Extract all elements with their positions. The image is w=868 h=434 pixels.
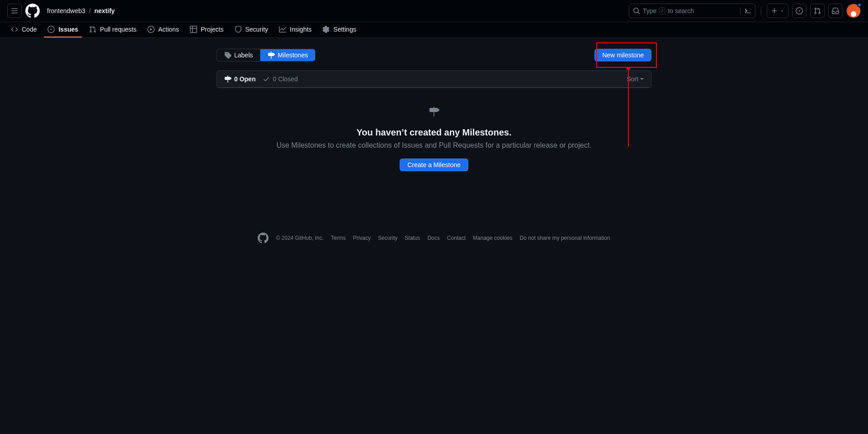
closed-count-label: 0 Closed — [273, 75, 297, 83]
git-pull-request-icon — [814, 7, 821, 14]
tab-label: Issues — [58, 26, 78, 33]
hamburger-menu-button[interactable] — [7, 4, 22, 18]
tab-label: Insights — [290, 26, 311, 33]
play-icon — [147, 26, 155, 33]
repo-link[interactable]: nextify — [94, 7, 115, 14]
blankslate-description: Use Milestones to create collections of … — [235, 141, 633, 149]
sort-dropdown[interactable]: Sort — [627, 75, 644, 83]
create-new-dropdown[interactable] — [767, 4, 788, 18]
github-logo-icon[interactable] — [25, 4, 40, 18]
tab-label: Projects — [201, 26, 224, 33]
milestones-tab-label: Milestones — [278, 51, 308, 59]
owner-link[interactable]: frontendweb3 — [47, 7, 85, 14]
table-icon — [190, 26, 197, 33]
milestone-icon — [224, 75, 231, 83]
user-menu-button[interactable] — [846, 4, 861, 18]
footer-link-cookies[interactable]: Manage cookies — [473, 235, 512, 241]
milestones-tab[interactable]: Milestones — [260, 49, 315, 61]
tab-label: Actions — [158, 26, 179, 33]
footer-link-contact[interactable]: Contact — [447, 235, 466, 241]
git-pull-request-icon — [89, 26, 96, 33]
check-icon — [263, 75, 270, 83]
three-bars-icon — [11, 7, 18, 14]
search-suffix-text: to search — [668, 7, 694, 14]
search-prefix-text: Type — [643, 7, 656, 14]
breadcrumb: frontendweb3 / nextify — [47, 7, 115, 14]
open-milestones-filter[interactable]: 0 Open — [224, 75, 255, 83]
gear-icon — [322, 26, 330, 33]
main-content: Labels Milestones New milestone 0 Open 0… — [209, 38, 659, 196]
milestone-icon — [268, 51, 275, 59]
header-divider — [761, 6, 761, 15]
graph-icon — [279, 26, 286, 33]
blankslate: You haven’t created any Milestones. Use … — [217, 88, 651, 186]
search-icon — [633, 7, 640, 14]
tab-actions[interactable]: Actions — [144, 22, 183, 37]
code-icon — [11, 26, 18, 33]
footer-link-privacy-sell[interactable]: Do not share my personal information — [519, 235, 610, 241]
footer-link-status[interactable]: Status — [405, 235, 420, 241]
footer-link-docs[interactable]: Docs — [427, 235, 439, 241]
tab-label: Security — [245, 26, 269, 33]
issue-opened-icon — [47, 26, 55, 33]
footer-link-privacy[interactable]: Privacy — [353, 235, 371, 241]
issues-global-button[interactable] — [792, 4, 807, 18]
open-count-label: 0 Open — [234, 75, 255, 83]
blankslate-title: You haven’t created any Milestones. — [235, 127, 633, 138]
annotation-arrow — [628, 68, 629, 147]
breadcrumb-separator: / — [89, 7, 91, 14]
milestones-box: 0 Open 0 Closed Sort — [217, 70, 651, 88]
search-input[interactable]: Type / to search — [629, 4, 755, 18]
tab-label: Settings — [333, 26, 356, 33]
tab-projects[interactable]: Projects — [186, 22, 227, 37]
tab-insights[interactable]: Insights — [275, 22, 315, 37]
tab-code[interactable]: Code — [7, 22, 40, 37]
tab-label: Code — [22, 26, 37, 33]
footer-link-security[interactable]: Security — [378, 235, 397, 241]
milestone-icon — [429, 106, 439, 117]
inbox-icon — [832, 7, 839, 14]
create-milestone-button[interactable]: Create a Milestone — [400, 159, 468, 171]
notifications-button[interactable] — [828, 4, 843, 18]
tab-label: Pull requests — [100, 26, 137, 33]
triangle-down-icon — [780, 9, 784, 13]
github-logo-icon[interactable] — [258, 233, 269, 243]
tab-security[interactable]: Security — [231, 22, 272, 37]
new-milestone-button[interactable]: New milestone — [594, 49, 651, 61]
issue-opened-icon — [796, 7, 803, 14]
tab-settings[interactable]: Settings — [319, 22, 360, 37]
site-footer: © 2024 GitHub, Inc. Terms Privacy Securi… — [170, 215, 698, 261]
labels-tab-label: Labels — [234, 51, 253, 59]
milestones-box-header: 0 Open 0 Closed Sort — [217, 71, 651, 88]
tag-icon — [224, 51, 231, 59]
milestone-subnav: Labels Milestones New milestone — [217, 49, 651, 61]
plus-icon — [771, 7, 778, 14]
slash-key-indicator: / — [659, 7, 665, 14]
labels-tab[interactable]: Labels — [217, 49, 260, 61]
notification-indicator-dot — [857, 3, 862, 7]
closed-milestones-filter[interactable]: 0 Closed — [263, 75, 297, 83]
app-header: frontendweb3 / nextify Type / to search — [0, 0, 868, 22]
shield-icon — [235, 26, 242, 33]
tab-issues[interactable]: Issues — [44, 22, 82, 37]
footer-link-terms[interactable]: Terms — [331, 235, 346, 241]
command-palette-icon — [744, 7, 751, 14]
repo-nav: Code Issues Pull requests Actions Projec… — [0, 22, 868, 38]
pull-requests-global-button[interactable] — [810, 4, 825, 18]
tab-pulls[interactable]: Pull requests — [85, 22, 140, 37]
footer-copyright: © 2024 GitHub, Inc. — [276, 235, 324, 241]
